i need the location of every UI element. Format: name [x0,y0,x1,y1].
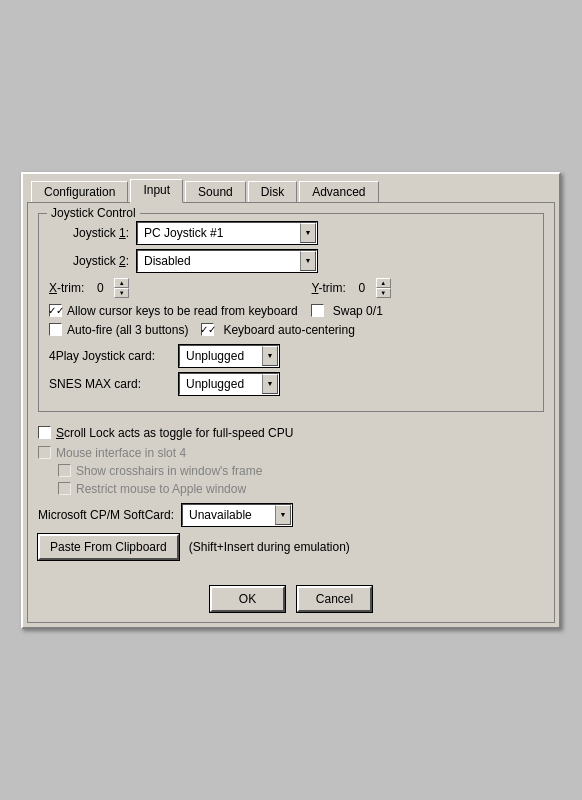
tab-bar: Configuration Input Sound Disk Advanced [27,178,555,202]
xtrim-spinner-btns: ▲ ▼ [114,278,129,298]
ytrim-up-btn[interactable]: ▲ [376,278,391,288]
microsoft-row: Microsoft CP/M SoftCard: Unavailable ▼ [38,504,544,526]
paste-row: Paste From Clipboard (Shift+Insert durin… [38,534,544,560]
tab-configuration[interactable]: Configuration [31,181,128,203]
joystick2-select[interactable]: Disabled ▼ [137,250,317,272]
swap-label: Swap 0/1 [333,304,383,318]
ok-button[interactable]: OK [210,586,285,612]
joystick2-dropdown-btn[interactable]: ▼ [300,251,316,271]
restrict-mouse-row: Restrict mouse to Apple window [38,482,544,496]
mouse-interface-checkbox[interactable] [38,446,51,459]
tab-input[interactable]: Input [130,179,183,203]
autofire-label: Auto-fire (all 3 buttons) [67,323,188,337]
fourplay-row: 4Play Joystick card: Unplugged ▼ [49,345,533,367]
snes-row: SNES MAX card: Unplugged ▼ [49,373,533,395]
snes-dropdown-btn[interactable]: ▼ [262,374,278,394]
microsoft-select[interactable]: Unavailable ▼ [182,504,292,526]
ytrim-down-btn[interactable]: ▼ [376,288,391,298]
snes-label: SNES MAX card: [49,377,179,391]
trim-row: X-trim: 0 ▲ ▼ Y-trim: 0 ▲ ▼ [49,278,533,298]
joystick1-dropdown-btn[interactable]: ▼ [300,223,316,243]
autofire-row: Auto-fire (all 3 buttons) ✓ Keyboard aut… [49,323,533,337]
microsoft-value: Unavailable [183,507,275,523]
fourplay-label: 4Play Joystick card: [49,349,179,363]
xtrim-value: 0 [88,281,112,295]
allow-cursor-label: Allow cursor keys to be read from keyboa… [67,304,298,318]
joystick1-row: Joystick 1: PC Joystick #1 ▼ [49,222,533,244]
xtrim-spinner: 0 ▲ ▼ [88,278,271,298]
joystick1-label: Joystick 1: [49,226,129,240]
tab-advanced[interactable]: Advanced [299,181,378,203]
autofire-checkbox[interactable] [49,323,62,336]
xtrim-down-btn[interactable]: ▼ [114,288,129,298]
bottom-section: Scroll Lock acts as toggle for full-spee… [38,422,544,568]
joystick2-row: Joystick 2: Disabled ▼ [49,250,533,272]
joystick1-value: PC Joystick #1 [138,225,300,241]
joystick2-label: Joystick 2: [49,254,129,268]
paste-note: (Shift+Insert during emulation) [189,540,350,554]
scroll-lock-row: Scroll Lock acts as toggle for full-spee… [38,426,544,440]
xtrim-up-btn[interactable]: ▲ [114,278,129,288]
fourplay-value: Unplugged [180,348,262,364]
snes-select[interactable]: Unplugged ▼ [179,373,279,395]
mouse-interface-label: Mouse interface in slot 4 [56,446,186,460]
microsoft-dropdown-btn[interactable]: ▼ [275,505,291,525]
joystick-control-group: Joystick Control Joystick 1: PC Joystick… [38,213,544,412]
mouse-interface-row: Mouse interface in slot 4 [38,446,544,460]
paste-from-clipboard-button[interactable]: Paste From Clipboard [38,534,179,560]
button-row: OK Cancel [38,578,544,612]
ytrim-value: 0 [350,281,374,295]
tab-disk[interactable]: Disk [248,181,297,203]
snes-value: Unplugged [180,376,262,392]
ytrim-spinner-btns: ▲ ▼ [376,278,391,298]
microsoft-label: Microsoft CP/M SoftCard: [38,508,174,522]
keyboard-autocenter-label: Keyboard auto-centering [223,323,354,337]
allow-cursor-checkbox[interactable]: ✓ [49,304,62,317]
dialog: Configuration Input Sound Disk Advanced … [21,172,561,629]
ytrim-label: Y-trim: [312,281,346,295]
swap-checkbox[interactable] [311,304,324,317]
cancel-button[interactable]: Cancel [297,586,372,612]
allow-cursor-row: ✓ Allow cursor keys to be read from keyb… [49,304,533,318]
joystick1-select[interactable]: PC Joystick #1 ▼ [137,222,317,244]
joystick2-value: Disabled [138,253,300,269]
fourplay-select[interactable]: Unplugged ▼ [179,345,279,367]
keyboard-autocenter-checkbox[interactable]: ✓ [201,323,214,336]
scroll-lock-checkbox[interactable] [38,426,51,439]
show-crosshairs-label: Show crosshairs in window's frame [76,464,262,478]
scroll-lock-label: Scroll Lock acts as toggle for full-spee… [56,426,293,440]
restrict-mouse-label: Restrict mouse to Apple window [76,482,246,496]
restrict-mouse-checkbox[interactable] [58,482,71,495]
ytrim-spinner: 0 ▲ ▼ [350,278,533,298]
xtrim-label: X-trim: [49,281,84,295]
joystick-group-label: Joystick Control [47,206,140,220]
show-crosshairs-row: Show crosshairs in window's frame [38,464,544,478]
fourplay-dropdown-btn[interactable]: ▼ [262,346,278,366]
tab-content-input: Joystick Control Joystick 1: PC Joystick… [27,202,555,623]
tab-sound[interactable]: Sound [185,181,246,203]
show-crosshairs-checkbox[interactable] [58,464,71,477]
